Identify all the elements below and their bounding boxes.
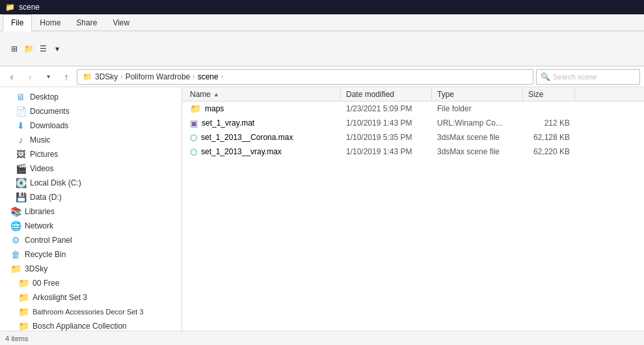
col-date-label: Date modified — [346, 90, 394, 99]
content-area: Name ▲ Date modified Type Size 📁 maps 1/… — [182, 87, 644, 331]
network-icon: 🌐 — [10, 221, 21, 231]
3dsky-icon: 📁 — [10, 264, 21, 274]
tab-share[interactable]: Share — [68, 14, 105, 31]
status-item-count: 4 items — [5, 335, 28, 342]
tab-home[interactable]: Home — [32, 14, 68, 31]
vray-max-name-text: set_1_2013__vray.max — [201, 147, 282, 156]
file-date-maps: 1/23/2021 5:09 PM — [341, 104, 432, 113]
quick-new-folder-btn[interactable]: 📁 — [22, 42, 35, 55]
videos-icon: 🎬 — [16, 163, 26, 174]
search-box[interactable]: 🔍 Search scene — [536, 69, 640, 85]
file-size-vray-mat: 212 KB — [523, 118, 575, 128]
sidebar-recyclebin-label: Recycle Bin — [25, 250, 66, 259]
sidebar-item-00free[interactable]: 📁 00 Free — [0, 276, 181, 290]
sidebar-3dsky-label: 3DSky — [25, 264, 47, 273]
ribbon-tabs: File Home Share View — [0, 14, 644, 31]
col-header-type[interactable]: Type — [432, 87, 523, 102]
sidebar-item-music[interactable]: ♪ Music — [0, 133, 181, 147]
back-button[interactable]: ‹ — [4, 69, 20, 85]
address-bar[interactable]: 📁 3DSky › Poliform Wardrobe › scene › — [77, 69, 533, 85]
00free-icon: 📁 — [18, 278, 29, 288]
sidebar-item-3dsky[interactable]: 📁 3DSky — [0, 262, 181, 276]
ribbon-toolbar: ⊞ 📁 ☰ ▾ — [0, 31, 644, 66]
sidebar-item-datad[interactable]: 💾 Data (D:) — [0, 190, 181, 204]
search-icon: 🔍 — [541, 72, 550, 81]
breadcrumb-3dsky[interactable]: 3DSky — [95, 72, 118, 81]
title-bar: 📁 scene — [0, 0, 644, 14]
tab-file[interactable]: File — [3, 14, 32, 31]
column-headers: Name ▲ Date modified Type Size — [182, 87, 644, 102]
breadcrumb-sep-2: › — [193, 73, 195, 80]
file-name-vray-mat: ▣ set_1_vray.mat — [185, 118, 341, 128]
quick-dropdown-btn[interactable]: ▾ — [51, 42, 64, 55]
file-type-vray-mat: URL:Winamp Co... — [432, 118, 523, 128]
file-type-maps: File folder — [432, 104, 523, 113]
search-placeholder: Search scene — [553, 73, 597, 81]
nav-bar: ‹ › ▾ ↑ 📁 3DSky › Poliform Wardrobe › sc… — [0, 66, 644, 87]
sidebar-00free-label: 00 Free — [33, 279, 59, 288]
sidebar-downloads-label: Downloads — [30, 121, 68, 130]
sidebar-item-bosch[interactable]: 📁 Bosch Appliance Collection — [0, 319, 181, 331]
file-name-vray-max: ⬡ set_1_2013__vray.max — [185, 147, 341, 157]
sidebar-item-localc[interactable]: 💽 Local Disk (C:) — [0, 176, 181, 190]
breadcrumb-scene[interactable]: scene — [198, 72, 219, 81]
quick-view-btn[interactable]: ☰ — [36, 42, 49, 55]
max-corona-icon: ⬡ — [190, 133, 197, 143]
sidebar-item-arkoslight[interactable]: 📁 Arkoslight Set 3 — [0, 290, 181, 305]
maps-folder-icon: 📁 — [190, 104, 201, 114]
file-row-maps[interactable]: 📁 maps 1/23/2021 5:09 PM File folder — [182, 102, 644, 116]
sidebar-item-libraries[interactable]: 📚 Libraries — [0, 204, 181, 219]
up-button[interactable]: ↑ — [59, 69, 74, 85]
max-vray-icon: ⬡ — [190, 147, 197, 157]
col-size-label: Size — [528, 90, 543, 99]
music-icon: ♪ — [16, 135, 26, 145]
breadcrumb-poliform[interactable]: Poliform Wardrobe — [126, 72, 191, 81]
col-name-label: Name — [190, 90, 211, 99]
folder-icon: 📁 — [83, 72, 92, 81]
status-bar: 4 items — [0, 331, 644, 345]
sidebar-item-videos[interactable]: 🎬 Videos — [0, 161, 181, 176]
file-date-corona-max: 1/10/2019 5:35 PM — [341, 133, 432, 142]
recent-button[interactable]: ▾ — [40, 69, 56, 85]
quick-access-toolbar: ⊞ 📁 ☰ ▾ — [5, 42, 66, 55]
pictures-icon: 🖼 — [16, 149, 26, 159]
libraries-icon: 📚 — [10, 206, 21, 217]
sidebar-item-controlpanel[interactable]: ⚙ Control Panel — [0, 233, 181, 247]
file-list: 📁 maps 1/23/2021 5:09 PM File folder ▣ s… — [182, 102, 644, 331]
localc-icon: 💽 — [16, 178, 26, 188]
sidebar-item-documents[interactable]: 📄 Documents — [0, 104, 181, 118]
sidebar-item-downloads[interactable]: ⬇ Downloads — [0, 118, 181, 133]
file-row-vray-max[interactable]: ⬡ set_1_2013__vray.max 1/10/2019 1:43 PM… — [182, 145, 644, 159]
file-type-vray-max: 3dsMax scene file — [432, 147, 523, 156]
corona-max-name-text: set_1_2013__Corona.max — [201, 133, 293, 142]
tab-view[interactable]: View — [105, 14, 137, 31]
forward-button[interactable]: › — [22, 69, 38, 85]
sidebar-item-pictures[interactable]: 🖼 Pictures — [0, 147, 181, 161]
vray-mat-name-text: set_1_vray.mat — [202, 118, 254, 128]
file-date-vray-mat: 1/10/2019 1:43 PM — [341, 118, 432, 128]
arkoslight-icon: 📁 — [18, 292, 29, 303]
file-row-vray-mat[interactable]: ▣ set_1_vray.mat 1/10/2019 1:43 PM URL:W… — [182, 116, 644, 130]
title-bar-icon: 📁 — [5, 3, 15, 12]
file-row-corona-max[interactable]: ⬡ set_1_2013__Corona.max 1/10/2019 5:35 … — [182, 130, 644, 145]
sidebar-controlpanel-label: Control Panel — [25, 236, 72, 245]
col-header-date[interactable]: Date modified — [341, 87, 432, 102]
col-header-size[interactable]: Size — [523, 87, 575, 102]
quick-properties-btn[interactable]: ⊞ — [8, 42, 21, 55]
sidebar-localc-label: Local Disk (C:) — [30, 178, 81, 187]
main-layout: 🖥 Desktop 📄 Documents ⬇ Downloads ♪ Musi… — [0, 87, 644, 331]
sidebar-item-network[interactable]: 🌐 Network — [0, 219, 181, 233]
sidebar-item-bathroom[interactable]: 📁 Bathroom Accessories Decor Set 3 — [0, 305, 181, 319]
sidebar-arkoslight-label: Arkoslight Set 3 — [33, 293, 87, 302]
file-name-maps: 📁 maps — [185, 104, 341, 114]
downloads-icon: ⬇ — [16, 120, 26, 131]
sidebar-datad-label: Data (D:) — [30, 193, 62, 202]
title-bar-title: scene — [19, 3, 40, 12]
sidebar-item-desktop[interactable]: 🖥 Desktop — [0, 90, 181, 104]
breadcrumb-sep-3: › — [221, 73, 223, 80]
sidebar-item-recyclebin[interactable]: 🗑 Recycle Bin — [0, 247, 181, 262]
mat-file-icon: ▣ — [190, 118, 198, 128]
file-date-vray-max: 1/10/2019 1:43 PM — [341, 147, 432, 156]
sidebar-documents-label: Documents — [30, 107, 70, 116]
col-header-name[interactable]: Name ▲ — [185, 87, 341, 102]
